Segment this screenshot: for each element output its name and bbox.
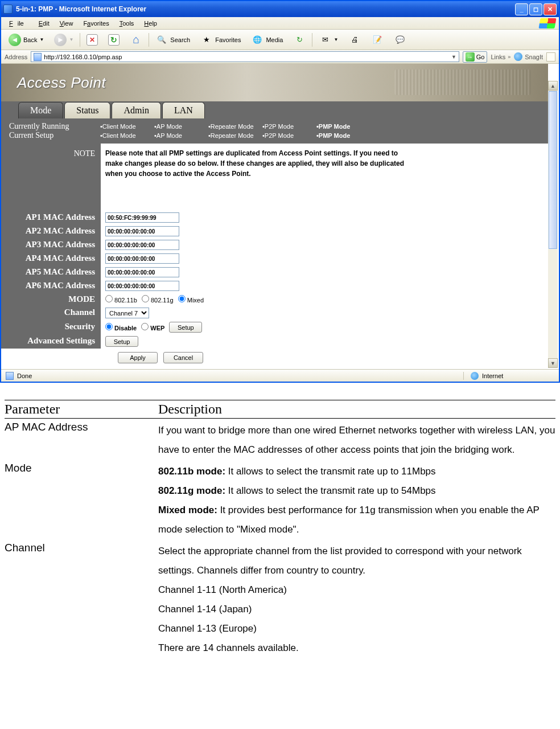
- scroll-down-button[interactable]: ▼: [548, 358, 558, 368]
- zone-section: Internet: [463, 372, 554, 380]
- security-setup-button[interactable]: Setup: [169, 322, 202, 333]
- address-input[interactable]: http://192.168.0.10/pmp.asp ▼: [31, 51, 459, 62]
- mode-option[interactable]: •Repeater Mode: [208, 132, 262, 139]
- mac3-input[interactable]: [105, 240, 179, 250]
- security-disable[interactable]: Disable: [105, 323, 137, 331]
- edit-button[interactable]: 📝: [367, 32, 388, 48]
- snagit-options-icon[interactable]: [546, 52, 555, 62]
- menu-favorites[interactable]: Favorites: [79, 19, 113, 28]
- page-icon: [34, 53, 42, 61]
- mac2-input[interactable]: [105, 226, 179, 236]
- menu-help[interactable]: Help: [139, 19, 162, 28]
- scroll-track[interactable]: [548, 249, 558, 358]
- mail-button[interactable]: ✉▼: [315, 32, 342, 48]
- discuss-button[interactable]: 💬: [390, 32, 410, 48]
- globe-icon: 🌐: [251, 34, 263, 46]
- mode-option[interactable]: •PMP Mode: [316, 123, 370, 130]
- param-desc: If you want to bridge more than one wire…: [158, 421, 555, 460]
- mac1-input[interactable]: [105, 212, 179, 223]
- tab-status[interactable]: Status: [64, 102, 110, 118]
- address-bar: Address http://192.168.0.10/pmp.asp ▼ → …: [1, 50, 559, 64]
- mode-mixed[interactable]: Mixed: [178, 295, 204, 304]
- close-button[interactable]: ✕: [543, 3, 557, 15]
- menu-file[interactable]: File: [5, 19, 33, 28]
- go-button[interactable]: → Go: [463, 51, 488, 63]
- menu-edit[interactable]: Edit: [34, 19, 54, 28]
- scroll-thumb[interactable]: [549, 91, 557, 249]
- param-row: Mode 802.11b mode: It allows to select t…: [5, 462, 555, 539]
- back-arrow-icon: ◄: [9, 34, 21, 46]
- print-button[interactable]: 🖨: [344, 32, 365, 48]
- status-bar: Done Internet: [1, 369, 559, 382]
- menu-view[interactable]: View: [55, 19, 78, 28]
- zone-text: Internet: [482, 372, 503, 379]
- back-button[interactable]: ◄ Back ▼: [5, 32, 48, 48]
- cancel-button[interactable]: Cancel: [163, 352, 203, 363]
- mac3-label: AP3 MAC Address: [1, 238, 101, 252]
- mode-802-11b[interactable]: 802.11b: [105, 295, 137, 304]
- refresh-icon: [108, 34, 120, 46]
- media-button[interactable]: 🌐Media: [247, 32, 287, 48]
- param-head-row: Parameter Description: [5, 402, 555, 417]
- mac6-input[interactable]: [105, 281, 179, 291]
- modes-block: Currently Running •Client Mode •AP Mode …: [1, 118, 548, 144]
- mac5-label: AP5 MAC Address: [1, 265, 101, 279]
- ie-icon: [3, 5, 13, 14]
- tab-admin[interactable]: Admin: [112, 102, 160, 118]
- mode-802-11g[interactable]: 802.11g: [142, 295, 174, 304]
- snagit-icon: [514, 52, 522, 61]
- tab-lan[interactable]: LAN: [162, 102, 205, 118]
- scroll-up-button[interactable]: ▲: [548, 81, 558, 91]
- maximize-button[interactable]: ◻: [529, 3, 542, 15]
- note-label: NOTE: [1, 144, 101, 183]
- apply-button[interactable]: Apply: [118, 352, 158, 363]
- chevron-down-icon: ▼: [333, 37, 338, 42]
- tab-row: Mode Status Admin LAN: [1, 101, 548, 118]
- tab-mode[interactable]: Mode: [18, 102, 63, 118]
- mode-option[interactable]: •AP Mode: [154, 132, 208, 139]
- toolbar: ◄ Back ▼ ► ▼ 🔍Search ★Favorites 🌐Media ↻…: [1, 30, 559, 50]
- print-icon: 🖨: [348, 34, 361, 46]
- param-head-parameter: Parameter: [5, 402, 158, 417]
- chevron-right-icon[interactable]: »: [508, 54, 510, 60]
- favorites-button[interactable]: ★Favorites: [196, 32, 245, 48]
- chevron-down-icon[interactable]: ▼: [451, 54, 456, 60]
- refresh-button[interactable]: [104, 32, 123, 47]
- minimize-button[interactable]: _: [515, 3, 528, 15]
- browser-window: 5-in-1: PMP - Microsoft Internet Explore…: [0, 0, 560, 383]
- forward-button[interactable]: ► ▼: [50, 32, 77, 48]
- mode-option[interactable]: •P2P Mode: [262, 123, 316, 130]
- mac2-label: AP2 MAC Address: [1, 224, 101, 238]
- mode-option[interactable]: •PMP Mode: [316, 132, 370, 139]
- vertical-scrollbar[interactable]: ▲ ▼: [548, 81, 558, 368]
- param-row: Channel Select the appropriate channel f…: [5, 542, 555, 658]
- separator: [312, 33, 312, 47]
- security-wep[interactable]: WEP: [141, 323, 164, 331]
- advanced-setup-button[interactable]: Setup: [105, 336, 138, 347]
- mode-option[interactable]: •P2P Mode: [262, 132, 316, 139]
- param-desc: 802.11b mode: It allows to select the tr…: [158, 462, 555, 539]
- mac1-label: AP1 MAC Address: [1, 211, 101, 224]
- search-button[interactable]: 🔍Search: [151, 32, 194, 48]
- menu-tools[interactable]: Tools: [115, 19, 139, 28]
- running-label: Currently Running: [9, 122, 100, 131]
- mac4-input[interactable]: [105, 253, 179, 264]
- home-button[interactable]: [126, 32, 146, 48]
- mode-option[interactable]: •AP Mode: [154, 123, 208, 130]
- status-text: Done: [17, 372, 32, 379]
- links-label[interactable]: Links: [491, 54, 505, 60]
- note-text: Please note that all PMP settings are du…: [101, 144, 419, 183]
- snagit-button[interactable]: SnagIt: [514, 52, 543, 61]
- mode-option[interactable]: •Repeater Mode: [208, 123, 262, 130]
- channel-select[interactable]: Channel 7: [105, 308, 149, 318]
- history-button[interactable]: ↻: [289, 32, 310, 48]
- discuss-icon: 💬: [394, 34, 406, 46]
- mac5-input[interactable]: [105, 267, 179, 277]
- mode-option[interactable]: •Client Mode: [100, 123, 154, 130]
- stop-button[interactable]: [83, 32, 102, 47]
- go-arrow-icon: →: [466, 52, 475, 62]
- mode-option[interactable]: •Client Mode: [100, 132, 154, 139]
- parameter-section: Parameter Description AP MAC Address If …: [0, 400, 560, 664]
- param-name: Mode: [5, 462, 158, 539]
- param-name: Channel: [5, 542, 158, 658]
